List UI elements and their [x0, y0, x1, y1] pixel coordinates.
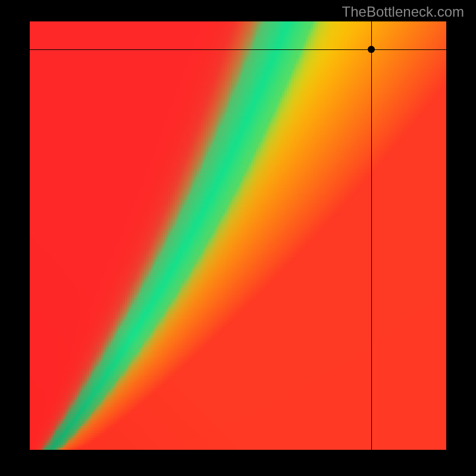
heatmap-plot — [30, 21, 446, 450]
heatmap-canvas — [30, 21, 446, 450]
chart-container: TheBottleneck.com — [0, 0, 476, 476]
selection-marker — [368, 46, 375, 53]
crosshair-vertical — [371, 21, 372, 450]
crosshair-horizontal — [30, 49, 446, 50]
attribution-text: TheBottleneck.com — [342, 4, 464, 20]
